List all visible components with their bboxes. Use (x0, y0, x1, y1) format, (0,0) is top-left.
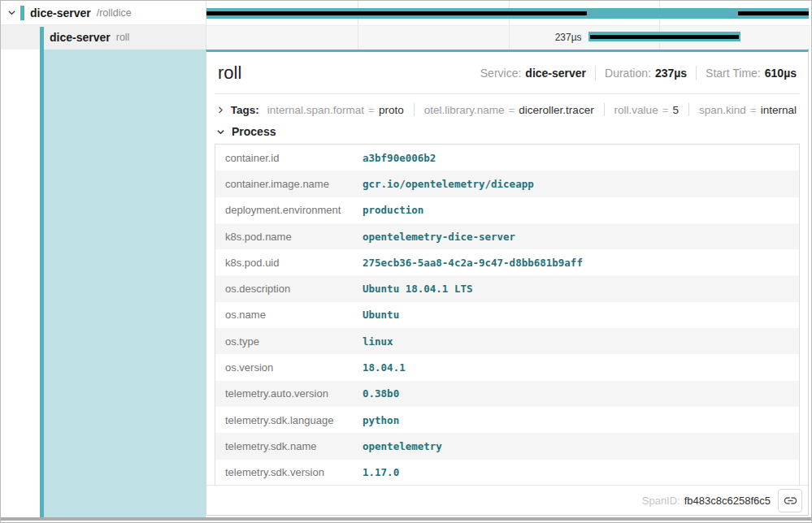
service-name: dice-server (50, 31, 111, 44)
tag-value: 5 (673, 104, 680, 116)
process-value: 18.04.1 (363, 361, 406, 374)
tag-equals: = (508, 104, 515, 116)
operation-name: /rolldice (97, 7, 132, 19)
table-row: container.image.name gcr.io/opentelemetr… (215, 171, 799, 197)
tag-value: internal (761, 104, 797, 116)
process-value: python (363, 414, 399, 426)
process-key: k8s.pod.uid (215, 257, 363, 269)
summary-divider (595, 66, 596, 80)
process-value: 0.38b0 (363, 387, 399, 400)
process-section-toggle[interactable]: Process (206, 120, 808, 141)
tags-section-toggle[interactable]: Tags: internal.span.format = proto otel.… (206, 94, 808, 120)
table-row: os.type linux (215, 328, 799, 354)
chevron-right-icon (216, 106, 225, 115)
process-key-value-table: container.id a3bf90e006b2 container.imag… (215, 144, 800, 486)
tag-equals: = (368, 104, 375, 116)
span-tree-pane: dice-server /rolldice dice-server roll (1, 1, 206, 517)
span-detail-footer: SpanID: fb483c8c6258f6c5 (206, 485, 808, 515)
table-row: telemetry.sdk.language python (215, 407, 799, 433)
process-key: os.type (215, 335, 363, 348)
table-row: os.name Ubuntu (215, 302, 799, 328)
span-row-roll[interactable]: dice-server roll (1, 25, 206, 50)
service-name: dice-server (30, 6, 91, 19)
jaeger-span-detail-view: dice-server /rolldice dice-server roll 2… (0, 0, 812, 523)
span-summary: Service: dice-server Duration: 237µs Sta… (480, 66, 797, 80)
process-key: os.name (215, 309, 363, 321)
service-color-block (20, 6, 24, 20)
tag-divider (688, 103, 689, 116)
table-row: k8s.pod.name opentelemetry-dice-server (215, 223, 799, 249)
span-title: roll (218, 63, 241, 84)
self-time-segment (738, 11, 809, 15)
tag-divider (604, 103, 605, 116)
table-row: telemetry.sdk.name opentelemetry (215, 433, 799, 459)
span-detail-card: roll Service: dice-server Duration: 237µ… (206, 50, 809, 516)
service-value: dice-server (525, 67, 586, 80)
tag-divider (414, 103, 415, 116)
tag-item: otel.library.name = diceroller.tracer (424, 104, 594, 116)
tag-item: roll.value = 5 (614, 104, 679, 116)
service-color-bar (40, 50, 44, 517)
service-label: Service: (480, 67, 522, 80)
table-row: deployment.environment production (215, 197, 799, 223)
chevron-down-icon (216, 128, 225, 136)
process-value: opentelemetry-dice-server (363, 231, 515, 243)
process-value: opentelemetry (363, 440, 442, 452)
tags-heading: Tags: (231, 104, 259, 116)
process-key: os.version (215, 361, 363, 374)
process-value: 275ecb36-5aa8-4c2a-9c47-d8bb681b9aff (363, 257, 583, 269)
process-value: gcr.io/opentelemetry/diceapp (363, 178, 534, 190)
process-key: telemetry.auto.version (215, 387, 363, 400)
table-row: telemetry.auto.version 0.38b0 (215, 381, 799, 407)
tag-value: diceroller.tracer (519, 104, 593, 116)
process-value: a3bf90e006b2 (363, 152, 436, 164)
process-key: telemetry.sdk.language (215, 414, 363, 426)
tag-key: roll.value (614, 104, 658, 116)
bottom-scroll-strip[interactable] (1, 517, 811, 521)
table-row: container.id a3bf90e006b2 (215, 145, 799, 171)
process-key: container.image.name (215, 178, 363, 190)
span-duration-label: 237µs (555, 32, 582, 43)
tag-item: span.kind = internal (699, 104, 797, 116)
timeline-row-divider (206, 25, 810, 26)
duration-label: Duration: (605, 67, 651, 80)
process-key: os.description (215, 283, 363, 295)
tag-key: span.kind (699, 104, 746, 116)
summary-divider (696, 66, 697, 80)
span-row-rolldice[interactable]: dice-server /rolldice (1, 1, 206, 25)
tag-value: proto (379, 104, 404, 116)
process-value: Ubuntu 18.04.1 LTS (363, 283, 472, 295)
copy-link-button[interactable] (778, 489, 802, 512)
service-color-bar (40, 27, 44, 50)
duration-value: 237µs (655, 67, 687, 80)
process-key: telemetry.sdk.name (215, 440, 363, 452)
table-row: os.description Ubuntu 18.04.1 LTS (215, 275, 799, 301)
start-time-value: 610µs (765, 67, 797, 80)
span-bar-roll[interactable] (588, 32, 740, 41)
self-time-segment (590, 35, 739, 39)
operation-name: roll (116, 32, 130, 43)
process-value: linux (363, 335, 393, 348)
timeline-pane: 237µs (206, 1, 810, 50)
table-row: os.version 18.04.1 (215, 354, 799, 380)
process-key: k8s.pod.name (215, 231, 363, 243)
spanid-label: SpanID: (642, 495, 680, 507)
process-key: telemetry.sdk.version (215, 466, 363, 478)
table-row: k8s.pod.uid 275ecb36-5aa8-4c2a-9c47-d8bb… (215, 249, 799, 275)
span-detail-header: roll Service: dice-server Duration: 237µ… (206, 52, 808, 89)
process-key: container.id (215, 152, 363, 164)
selected-span-highlight-fill (44, 50, 206, 517)
tag-key: otel.library.name (424, 104, 505, 116)
spanid-value: fb483c8c6258f6c5 (684, 495, 771, 507)
tag-equals: = (662, 104, 669, 116)
tag-equals: = (750, 104, 757, 116)
tag-key: internal.span.format (267, 104, 364, 116)
process-key: deployment.environment (215, 204, 363, 216)
self-time-segment (206, 11, 587, 15)
collapse-chevron-down-icon[interactable] (4, 8, 19, 17)
process-heading: Process (232, 125, 276, 138)
span-bar-rolldice[interactable] (206, 8, 809, 19)
process-value: Ubuntu (363, 309, 399, 321)
process-value: 1.17.0 (363, 466, 399, 478)
link-icon (784, 494, 797, 508)
